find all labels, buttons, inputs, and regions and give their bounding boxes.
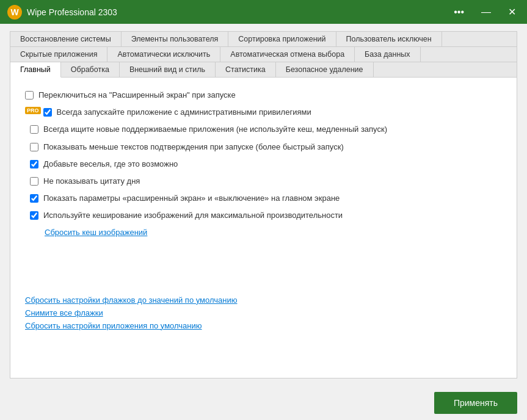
checkbox-item-1: Переключиться на "Расширенный экран" при… — [25, 90, 502, 101]
tab-app-sorting[interactable]: Сортировка приложений — [228, 32, 336, 46]
checkbox-item-8: Используйте кеширование изображений для … — [25, 210, 502, 221]
checkbox-6[interactable] — [30, 177, 38, 186]
tab-appearance[interactable]: Внешний вид и стиль — [120, 62, 216, 77]
apply-button[interactable]: Применять — [434, 392, 517, 414]
checkbox-item-7: Показать параметры «расширенный экран» и… — [25, 193, 502, 204]
checkbox-label-2[interactable]: Всегда запускайте приложение с администр… — [57, 107, 311, 118]
reset-checkboxes-link[interactable]: Сбросить настройки флажков до значений п… — [25, 295, 502, 305]
checkbox-2[interactable] — [43, 108, 52, 117]
tab-processing[interactable]: Обработка — [61, 62, 120, 77]
tabs-container: Восстановление системы Элементы пользова… — [10, 31, 517, 378]
footer: Применять — [0, 386, 527, 420]
close-button[interactable]: ✕ — [504, 5, 520, 19]
bottom-links: Сбросить настройки флажков до значений п… — [25, 283, 502, 330]
checkbox-label-4[interactable]: Показывать меньше текстов подтверждения … — [43, 142, 344, 153]
checkbox-item-4: Показывать меньше текстов подтверждения … — [25, 142, 502, 153]
checkbox-item-5: Добавьте веселья, где это возможно — [25, 159, 502, 170]
tab-user-excluded[interactable]: Пользователь исключен — [336, 32, 442, 46]
checkbox-8[interactable] — [30, 211, 38, 220]
tab-hidden-apps[interactable]: Скрытые приложения — [10, 47, 107, 62]
minimize-button[interactable]: — — [478, 5, 495, 19]
main-window: W Wipe Professional 2303 ••• — ✕ Восстан… — [0, 0, 527, 420]
checkbox-label-6[interactable]: Не показывать цитату дня — [43, 176, 140, 187]
reset-app-link[interactable]: Сбросить настройки приложения по умолчан… — [25, 321, 502, 330]
tab-main[interactable]: Главный — [10, 62, 61, 78]
tab-main-content: Переключиться на "Расширенный экран" при… — [10, 78, 517, 378]
clear-cache-link[interactable]: Сбросить кеш изображений — [45, 228, 502, 237]
checkbox-label-7[interactable]: Показать параметры «расширенный экран» и… — [43, 193, 340, 204]
checkbox-4[interactable] — [30, 143, 38, 151]
checkbox-item-6: Не показывать цитату дня — [25, 176, 502, 187]
tab-secure-delete[interactable]: Безопасное удаление — [276, 62, 374, 77]
tab-database[interactable]: База данных — [355, 47, 420, 62]
checkbox-label-1[interactable]: Переключиться на "Расширенный экран" при… — [38, 90, 236, 101]
tab-auto-deselect[interactable]: Автоматическая отмена выбора — [220, 47, 355, 62]
checkbox-1[interactable] — [25, 91, 34, 100]
checkbox-label-5[interactable]: Добавьте веселья, где это возможно — [43, 159, 178, 170]
tab-row-3: Главный Обработка Внешний вид и стиль Ст… — [10, 62, 517, 78]
app-logo: W — [7, 5, 22, 20]
checkbox-7[interactable] — [30, 194, 38, 203]
pro-badge: PRO — [25, 107, 41, 114]
checkbox-item-2: PRO Всегда запускайте приложение с админ… — [25, 107, 502, 118]
tab-auto-exclude[interactable]: Автоматически исключить — [107, 47, 220, 62]
window-title: Wipe Professional 2303 — [27, 7, 450, 17]
window-controls: ••• — ✕ — [450, 5, 520, 19]
checkbox-5[interactable] — [30, 160, 38, 168]
tab-system-restore[interactable]: Восстановление системы — [10, 32, 122, 46]
checkbox-label-3[interactable]: Всегда ищите новые поддерживаемые прилож… — [43, 124, 387, 135]
titlebar: W Wipe Professional 2303 ••• — ✕ — [0, 0, 527, 24]
tab-statistics[interactable]: Статистика — [216, 62, 276, 77]
tab-user-elements[interactable]: Элементы пользователя — [122, 32, 229, 46]
tab-row-2: Скрытые приложения Автоматически исключи… — [10, 47, 517, 62]
menu-dots-button[interactable]: ••• — [450, 5, 468, 19]
checkbox-item-3: Всегда ищите новые поддерживаемые прилож… — [25, 124, 502, 135]
content-area: Восстановление системы Элементы пользова… — [0, 24, 527, 386]
uncheck-all-link[interactable]: Снимите все флажки — [25, 308, 502, 317]
tab-row-1: Восстановление системы Элементы пользова… — [10, 32, 517, 47]
checkbox-label-8[interactable]: Используйте кеширование изображений для … — [43, 210, 343, 221]
checkbox-3[interactable] — [30, 125, 38, 134]
